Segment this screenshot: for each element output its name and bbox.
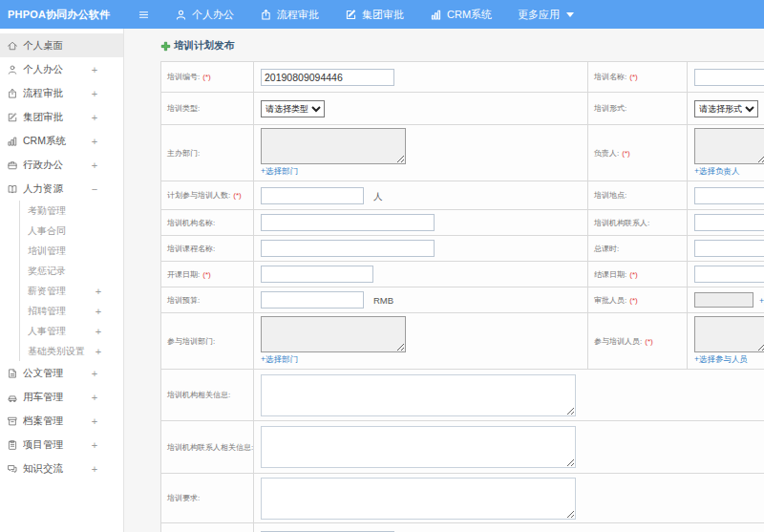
nav-label: 集团审批 (362, 8, 404, 22)
sidebar-item-personal-desktop[interactable]: 个人桌面 (0, 33, 123, 57)
required-marker: (*) (622, 149, 629, 158)
expand-indicator: + (91, 415, 98, 427)
sidebar-item-crm-system[interactable]: CRM系统 + (0, 129, 123, 153)
field-label: 培训课程名称: (167, 245, 215, 253)
field-label: 结课日期: (594, 270, 626, 279)
training-no-input[interactable] (261, 69, 394, 86)
expand-indicator: + (95, 346, 102, 357)
chart-icon (430, 9, 442, 21)
sidebar-item-workflow-approval[interactable]: 流程审批 + (0, 81, 123, 105)
document-icon (7, 368, 18, 379)
sidebar-item-project-mgmt[interactable]: 项目管理 + (0, 433, 123, 457)
sidebar-item-admin-office[interactable]: 行政办公 + (0, 153, 123, 177)
book-icon (7, 183, 18, 195)
field-label: 主办部门: (167, 149, 200, 158)
org-name-input[interactable] (261, 214, 435, 231)
required-marker: (*) (629, 296, 637, 305)
start-date-input[interactable] (261, 266, 373, 283)
field-label: 培训编号: (167, 73, 200, 81)
required-marker: (*) (629, 73, 637, 81)
sidebar-item-reward-punishment[interactable]: 奖惩记录 (20, 261, 123, 281)
training-requirement-textarea[interactable] (261, 478, 576, 520)
nav-label: CRM系统 (447, 8, 492, 22)
join-people-textarea[interactable] (694, 316, 764, 352)
field-label: 培训机构相关信息: (167, 391, 230, 399)
briefcase-icon (7, 160, 18, 171)
field-label: 培训预算: (167, 296, 200, 305)
sidebar-item-personnel-mgmt[interactable]: 人事管理 + (20, 321, 123, 341)
app-logo: PHPOA协同办公软件 (0, 8, 124, 22)
select-dept-link[interactable]: +选择部门 (261, 166, 298, 178)
sidebar-item-base-category-settings[interactable]: 基础类别设置 + (20, 341, 123, 361)
nav-workflow-approval[interactable]: 流程审批 (260, 8, 319, 22)
top-nav: 个人办公 流程审批 集团审批 CRM系统 更多应用 (175, 8, 574, 22)
nav-personal-office[interactable]: 个人办公 (175, 8, 234, 22)
field-label: 培训名称: (594, 73, 626, 81)
field-label: 培训机构联系人: (594, 219, 649, 227)
select-approver-link[interactable]: +选择审批人员 (759, 296, 764, 308)
training-location-input[interactable] (694, 187, 764, 204)
field-label: 培训地点: (594, 191, 626, 200)
chart-icon (7, 136, 18, 147)
course-name-input[interactable] (261, 240, 435, 257)
expand-indicator: − (91, 183, 98, 195)
nav-more-apps[interactable]: 更多应用 (518, 8, 574, 22)
participant-count-input[interactable] (261, 187, 364, 204)
training-mode-select[interactable]: 请选择形式 (694, 100, 758, 117)
approver-input[interactable] (694, 292, 753, 308)
sidebar-item-training-mgmt[interactable]: 培训管理 (20, 241, 123, 261)
total-hours-input[interactable] (694, 240, 764, 257)
share-icon (260, 9, 272, 21)
sidebar-item-human-resources[interactable]: 人力资源 − (0, 177, 123, 201)
sidebar-item-recruitment-mgmt[interactable]: 招聘管理 + (20, 301, 123, 321)
edit-icon (7, 112, 18, 123)
required-marker: (*) (233, 191, 241, 200)
leader-textarea[interactable] (694, 128, 764, 164)
sidebar-item-personal-office[interactable]: 个人办公 + (0, 57, 123, 81)
hamburger-menu-icon[interactable] (138, 9, 150, 21)
page-title: 培训计划发布 (160, 39, 764, 53)
field-label: 培训形式: (594, 104, 626, 113)
join-dept-textarea[interactable] (261, 316, 406, 352)
archive-icon (7, 415, 18, 427)
sidebar-item-group-approval[interactable]: 集团审批 + (0, 105, 123, 129)
end-date-input[interactable] (694, 266, 764, 283)
field-label: 负责人: (594, 149, 619, 158)
select-participants-link[interactable]: +选择参与人员 (694, 354, 748, 366)
field-label: 开课日期: (167, 270, 200, 279)
sidebar-item-archive-mgmt[interactable]: 档案管理 + (0, 409, 123, 433)
sidebar-item-salary-mgmt[interactable]: 薪资管理 + (20, 281, 123, 301)
org-info-textarea[interactable] (261, 374, 576, 416)
sidebar-item-attendance-mgmt[interactable]: 考勤管理 (20, 201, 123, 221)
sidebar: 个人桌面 个人办公 + 流程审批 + 集团审批 + CRM系统 + 行政办公 + (0, 29, 124, 532)
person-icon (175, 9, 187, 21)
topbar: PHPOA协同办公软件 个人办公 流程审批 集团审批 CRM系统 更多应用 (0, 0, 764, 29)
sidebar-item-hr-contract[interactable]: 人事合同 (20, 221, 123, 241)
org-contact-input[interactable] (694, 214, 764, 231)
nav-group-approval[interactable]: 集团审批 (345, 8, 404, 22)
training-name-input[interactable] (694, 69, 764, 86)
caret-down-icon (566, 12, 574, 17)
expand-indicator: + (95, 306, 102, 317)
select-dept-link[interactable]: +选择部门 (261, 354, 298, 366)
host-dept-textarea[interactable] (261, 128, 406, 164)
sidebar-item-vehicle-mgmt[interactable]: 用车管理 + (0, 385, 123, 409)
field-label: 参与培训部门: (167, 337, 215, 346)
main-content: 培训计划发布 培训编号:(*) 培训名称:(*) 培训类型: 请选择类型 培训形… (124, 29, 764, 532)
expand-indicator: + (91, 439, 98, 451)
required-marker: (*) (629, 270, 637, 279)
sidebar-item-document-mgmt[interactable]: 公文管理 + (0, 361, 123, 385)
car-icon (7, 392, 18, 403)
expand-indicator: + (91, 463, 98, 475)
required-marker: (*) (202, 73, 210, 81)
select-leader-link[interactable]: +选择负责人 (694, 166, 739, 178)
org-contact-info-textarea[interactable] (261, 426, 576, 468)
expand-indicator: + (91, 112, 98, 123)
budget-input[interactable] (261, 291, 364, 309)
add-icon (160, 41, 171, 52)
sidebar-item-knowledge-exchange[interactable]: 知识交流 + (0, 457, 123, 480)
share-icon (7, 88, 18, 99)
training-type-select[interactable]: 请选择类型 (261, 100, 325, 117)
nav-crm-system[interactable]: CRM系统 (430, 8, 492, 22)
nav-label: 个人办公 (192, 8, 234, 22)
